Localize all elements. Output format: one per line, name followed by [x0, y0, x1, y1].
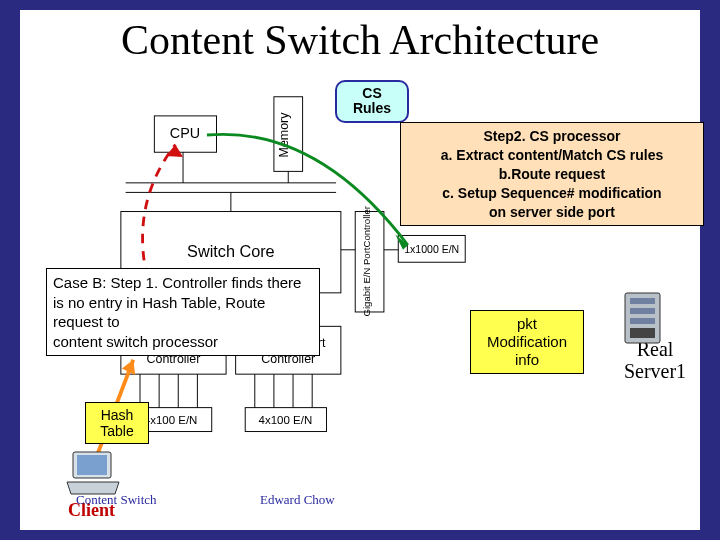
footer-author: Edward Chow: [260, 492, 335, 508]
svg-text:1x1000 E/N: 1x1000 E/N: [404, 243, 459, 255]
svg-text:4x100 E/N: 4x100 E/N: [144, 414, 198, 426]
svg-text:Memory: Memory: [277, 112, 291, 158]
step2-box: Step2. CS processora. Extract content/Ma…: [400, 122, 704, 226]
svg-text:Switch Core: Switch Core: [187, 242, 275, 260]
svg-rect-44: [630, 298, 655, 304]
svg-rect-42: [77, 455, 107, 475]
svg-text:4x100 E/N: 4x100 E/N: [259, 414, 313, 426]
svg-rect-47: [630, 328, 655, 338]
hash-table-box: Hash Table: [85, 402, 149, 444]
pkt-mod-box: pkt Modification info: [470, 310, 584, 374]
svg-rect-45: [630, 308, 655, 314]
svg-rect-46: [630, 318, 655, 324]
page-title: Content Switch Architecture: [20, 10, 700, 64]
svg-text:CPU: CPU: [170, 125, 200, 141]
laptop-icon: [65, 450, 121, 496]
case-b-box: Case B: Step 1. Controller finds there i…: [46, 268, 320, 356]
server-icon: [615, 290, 670, 345]
svg-text:Gigabit E/N PortController: Gigabit E/N PortController: [361, 205, 372, 316]
cs-rules-box: CSRules: [335, 80, 409, 123]
